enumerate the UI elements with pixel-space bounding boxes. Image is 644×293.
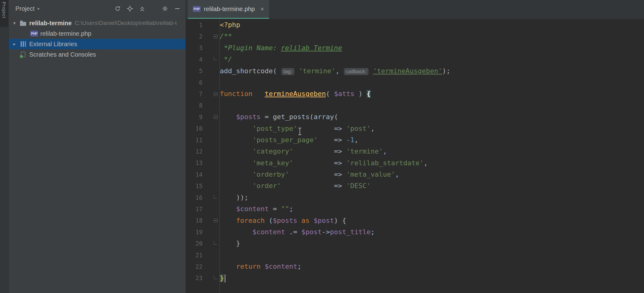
editor-tab-bar: PHP relilab-termine.php × bbox=[186, 0, 644, 19]
tab-close-icon[interactable]: × bbox=[260, 5, 264, 13]
line-number: 4 bbox=[186, 56, 203, 63]
gutter-line-23[interactable]: 23 bbox=[186, 272, 219, 284]
tree-chevron-down-icon[interactable]: ▾ bbox=[10, 20, 18, 26]
gutter-line-19[interactable]: 19 bbox=[186, 226, 219, 238]
code-line-3[interactable]: *Plugin Name: relilab Termine bbox=[220, 42, 644, 54]
project-panel-toolbar bbox=[114, 5, 181, 12]
gutter-line-8[interactable]: 8 bbox=[186, 100, 219, 111]
gutter-line-16[interactable]: 16 bbox=[186, 192, 219, 203]
code-line-2[interactable]: /** bbox=[220, 30, 644, 42]
project-tool-window-label: Project bbox=[2, 2, 7, 18]
line-number: 15 bbox=[186, 183, 203, 189]
code-line-7[interactable]: function termineAusgeben( $atts ) { bbox=[220, 88, 644, 99]
gutter-line-18[interactable]: 18 bbox=[186, 215, 219, 226]
php-icon: PHP bbox=[30, 30, 39, 37]
line-number: 12 bbox=[186, 148, 203, 155]
project-panel-header: Project ▾ bbox=[9, 0, 186, 17]
gutter-line-13[interactable]: 13 bbox=[186, 157, 219, 169]
line-number: 17 bbox=[186, 206, 203, 212]
fold-spacer bbox=[214, 264, 218, 268]
gutter-line-1[interactable]: 1 bbox=[186, 19, 219, 30]
fold-spacer bbox=[214, 23, 218, 27]
project-panel: Project ▾ ▾relilab-termineC:\Users\Danie… bbox=[9, 0, 186, 293]
tree-chevron-right-icon[interactable]: ▸ bbox=[10, 41, 18, 47]
line-number: 16 bbox=[186, 194, 203, 201]
line-number: 3 bbox=[186, 44, 203, 51]
gutter-line-12[interactable]: 12 bbox=[186, 146, 219, 157]
code-line-10[interactable]: 'post_type' => 'post', bbox=[220, 123, 644, 134]
refresh-icon[interactable] bbox=[114, 5, 121, 12]
line-number: 13 bbox=[186, 159, 203, 166]
fold-marker-icon[interactable] bbox=[214, 34, 218, 38]
gutter-line-2[interactable]: 2 bbox=[186, 30, 219, 42]
fold-marker-icon[interactable] bbox=[214, 92, 218, 96]
select-opened-file-icon[interactable] bbox=[127, 5, 133, 12]
code-line-15[interactable]: 'order' => 'DESC' bbox=[220, 180, 644, 191]
editor-tab-label: relilab-termine.php bbox=[204, 6, 255, 13]
gutter-line-14[interactable]: 14 bbox=[186, 169, 219, 180]
code-line-18[interactable]: foreach ($posts as $post) { bbox=[220, 215, 644, 226]
code-line-22[interactable]: return $content; bbox=[220, 261, 644, 272]
library-icon bbox=[18, 41, 28, 47]
code-line-12[interactable]: 'category' => 'termine', bbox=[220, 146, 644, 157]
code-line-5[interactable]: add_shortcode( tag: 'termine', callback:… bbox=[220, 65, 644, 77]
code-line-17[interactable]: $content = ""; bbox=[220, 203, 644, 215]
ide-window: Project Project ▾ ▾relilab-termineC:\Use… bbox=[0, 0, 644, 293]
tree-item-relilab-termine-php[interactable]: PHPrelilab-termine.php bbox=[9, 28, 186, 39]
code-line-21[interactable] bbox=[220, 249, 644, 261]
tree-item-relilab-termine-root[interactable]: ▾relilab-termineC:\Users\Daniel\Desktop\… bbox=[9, 18, 186, 28]
gutter-line-10[interactable]: 10 bbox=[186, 123, 219, 134]
fold-spacer bbox=[214, 126, 218, 130]
tree-item-scratches-and-consoles[interactable]: Scratches and Consoles bbox=[9, 49, 186, 60]
code-line-6[interactable] bbox=[220, 77, 644, 88]
code-editor[interactable]: 1234567891011121314151617181920212223 <?… bbox=[186, 19, 644, 293]
gutter-line-3[interactable]: 3 bbox=[186, 42, 219, 54]
gutter-line-7[interactable]: 7 bbox=[186, 88, 219, 99]
fold-spacer bbox=[214, 80, 218, 84]
fold-spacer bbox=[214, 207, 218, 211]
code-line-23[interactable]: } bbox=[220, 272, 644, 284]
code-line-16[interactable]: )); bbox=[220, 192, 644, 203]
code-line-14[interactable]: 'orderby' => 'meta_value', bbox=[220, 169, 644, 180]
line-number: 10 bbox=[186, 125, 203, 132]
project-tool-window-button[interactable]: Project bbox=[0, 0, 8, 27]
hide-panel-icon[interactable] bbox=[174, 5, 181, 12]
gutter-line-6[interactable]: 6 bbox=[186, 77, 219, 88]
code-line-4[interactable]: */ bbox=[220, 54, 644, 65]
gutter-line-22[interactable]: 22 bbox=[186, 261, 219, 272]
chevron-down-icon: ▾ bbox=[37, 6, 39, 11]
code-line-11[interactable]: 'posts_per_page' => -1, bbox=[220, 134, 644, 146]
code-area[interactable]: <?php/** *Plugin Name: relilab Termine *… bbox=[220, 19, 644, 293]
tree-item-external-libraries[interactable]: ▸External Libraries bbox=[9, 39, 186, 49]
code-line-8[interactable] bbox=[220, 100, 644, 111]
code-line-9[interactable]: $posts = get_posts(array( bbox=[220, 111, 644, 122]
gutter-line-20[interactable]: 20 bbox=[186, 238, 219, 249]
fold-marker-icon[interactable] bbox=[214, 57, 217, 60]
fold-spacer bbox=[214, 253, 218, 257]
fold-marker-icon[interactable] bbox=[214, 219, 218, 223]
gutter-line-11[interactable]: 11 bbox=[186, 134, 219, 146]
gutter-line-4[interactable]: 4 bbox=[186, 54, 219, 65]
project-panel-title[interactable]: Project bbox=[15, 5, 34, 12]
code-line-13[interactable]: 'meta_key' => 'relilab_startdate', bbox=[220, 157, 644, 169]
fold-marker-icon[interactable] bbox=[214, 195, 217, 199]
fold-marker-icon[interactable] bbox=[214, 115, 218, 119]
editor-tab-relilab-termine-php[interactable]: PHP relilab-termine.php × bbox=[188, 0, 269, 19]
gutter-line-15[interactable]: 15 bbox=[186, 180, 219, 191]
code-line-19[interactable]: $content .= $post->post_title; bbox=[220, 226, 644, 238]
gutter-line-21[interactable]: 21 bbox=[186, 249, 219, 261]
gutter-line-17[interactable]: 17 bbox=[186, 203, 219, 215]
line-number: 2 bbox=[186, 33, 203, 40]
settings-gear-icon[interactable] bbox=[162, 5, 168, 12]
fold-marker-icon[interactable] bbox=[214, 276, 217, 279]
code-line-1[interactable]: <?php bbox=[220, 19, 644, 30]
fold-marker-icon[interactable] bbox=[214, 241, 217, 245]
collapse-all-icon[interactable] bbox=[139, 5, 146, 12]
left-tool-stripe: Project bbox=[0, 0, 9, 293]
fold-spacer bbox=[214, 172, 218, 176]
code-line-20[interactable]: } bbox=[220, 238, 644, 249]
gutter-line-9[interactable]: 9 bbox=[186, 111, 219, 122]
line-number: 6 bbox=[186, 79, 203, 86]
gutter-line-5[interactable]: 5 bbox=[186, 65, 219, 77]
tree-item-label: Scratches and Consoles bbox=[29, 51, 96, 58]
